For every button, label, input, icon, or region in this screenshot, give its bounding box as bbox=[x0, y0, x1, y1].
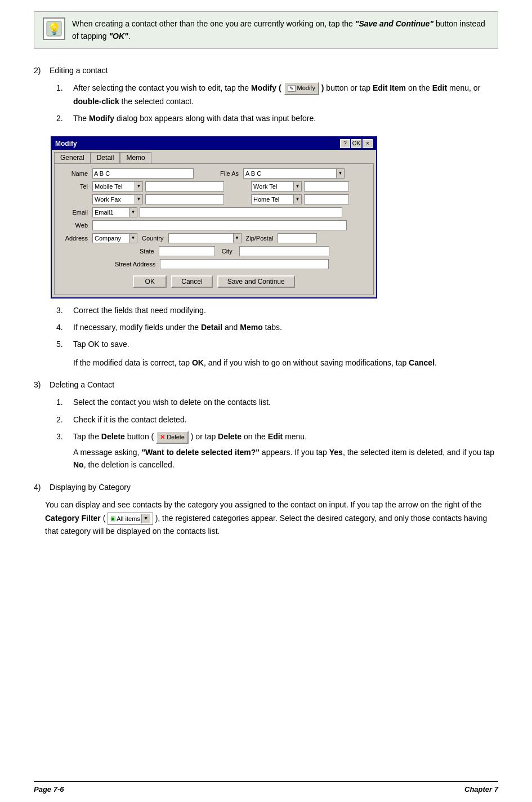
dialog-cancel-btn[interactable]: Cancel bbox=[171, 275, 212, 288]
tel-2-input[interactable] bbox=[304, 181, 349, 191]
dialog-body: General Detail Memo Name File As A B C bbox=[52, 150, 376, 297]
country-dropdown[interactable]: ▼ bbox=[168, 233, 242, 243]
modify-label: Modify bbox=[297, 83, 315, 93]
form-email-row: Email Email1 ▼ bbox=[59, 207, 369, 217]
cat-filter-icon: ▣ bbox=[110, 514, 115, 523]
section-2: 2) Editing a contact 1. After selecting … bbox=[34, 66, 498, 369]
tel-2-arrow[interactable]: ▼ bbox=[293, 182, 301, 191]
web-input[interactable] bbox=[92, 220, 347, 230]
dialog-title: Modify bbox=[55, 140, 77, 148]
file-as-select[interactable]: A B C ▼ bbox=[243, 168, 345, 179]
delete-label: Delete bbox=[167, 433, 185, 443]
tel-4-value: Home Tel bbox=[252, 196, 293, 203]
city-input[interactable] bbox=[239, 246, 329, 256]
dialog-buttons: OK Cancel Save and Continue bbox=[59, 272, 369, 290]
svg-text:💡: 💡 bbox=[47, 22, 61, 35]
section-3-num: 3) bbox=[34, 380, 41, 389]
tel-1-value: Mobile Tel bbox=[93, 183, 135, 190]
dialog-help-btn[interactable]: ? bbox=[340, 139, 350, 148]
section-2-steps-cont: 3. Correct the fields that need modifyin… bbox=[56, 304, 498, 351]
dialog-tabs: General Detail Memo bbox=[54, 152, 374, 163]
dialog-titlebar: Modify ? OK × bbox=[52, 137, 376, 150]
step-2-2-num: 2. bbox=[56, 112, 73, 124]
file-as-value: A B C bbox=[244, 170, 336, 177]
country-label: Country bbox=[140, 235, 166, 242]
step-2-2-content: The Modify dialog box appears along with… bbox=[73, 112, 498, 124]
email-input[interactable] bbox=[140, 207, 342, 217]
tab-general[interactable]: General bbox=[54, 152, 91, 163]
section-4-title: 4) Displaying by Category bbox=[34, 483, 498, 492]
street-label: Street Address bbox=[113, 261, 158, 268]
tel-dropdown-4[interactable]: Home Tel ▼ bbox=[251, 194, 302, 204]
section-3-heading: Deleting a Contact bbox=[50, 380, 114, 389]
email-dropdown[interactable]: Email1 ▼ bbox=[92, 207, 137, 217]
tel-dropdown-2[interactable]: Work Tel ▼ bbox=[251, 181, 302, 191]
address-label: Address bbox=[59, 235, 90, 242]
step-2-3-num: 3. bbox=[56, 304, 73, 317]
zip-input[interactable] bbox=[278, 233, 317, 243]
delete-x-icon: ✕ bbox=[160, 433, 165, 443]
address-value: Company bbox=[93, 235, 129, 242]
section-2-num: 2) bbox=[34, 66, 41, 75]
city-label: City bbox=[217, 248, 237, 255]
dialog-save-continue-btn[interactable]: Save and Continue bbox=[217, 275, 295, 288]
tel-3-value: Work Fax bbox=[93, 196, 135, 203]
step-3-3-content: Tap the Delete button ( ✕ Delete ) or ta… bbox=[73, 430, 498, 471]
step-5-note: If the modified data is correct, tap OK,… bbox=[73, 357, 498, 369]
file-as-arrow[interactable]: ▼ bbox=[336, 169, 344, 178]
delete-button-img: ✕ Delete bbox=[156, 431, 189, 444]
step-2-5-content: Tap OK to save. bbox=[73, 338, 498, 350]
tel-4-arrow[interactable]: ▼ bbox=[293, 195, 301, 204]
step-2-3: 3. Correct the fields that need modifyin… bbox=[56, 304, 498, 317]
section-2-title: 2) Editing a contact bbox=[34, 66, 498, 75]
section-3-title: 3) Deleting a Contact bbox=[34, 380, 498, 389]
page-footer: Page 7-6 Chapter 7 bbox=[34, 781, 498, 794]
step-3-3: 3. Tap the Delete button ( ✕ Delete ) or… bbox=[56, 430, 498, 471]
state-label: State bbox=[137, 248, 157, 255]
form-web-row: Web bbox=[59, 220, 369, 230]
name-label: Name bbox=[59, 170, 90, 177]
email-arrow[interactable]: ▼ bbox=[129, 208, 137, 217]
tel-label: Tel bbox=[59, 183, 90, 190]
step-2-2: 2. The Modify dialog box appears along w… bbox=[56, 112, 498, 124]
web-label: Web bbox=[59, 222, 90, 229]
tel-1-arrow[interactable]: ▼ bbox=[135, 182, 142, 191]
state-input[interactable] bbox=[159, 246, 215, 256]
info-icon: 💡 bbox=[43, 17, 65, 40]
zip-label: Zip/Postal bbox=[244, 235, 276, 242]
form-tel-row2: Work Fax ▼ Home Tel ▼ bbox=[59, 194, 369, 204]
section-3: 3) Deleting a Contact 1. Select the cont… bbox=[34, 380, 498, 471]
tab-memo[interactable]: Memo bbox=[120, 152, 151, 163]
tel-dropdown-1[interactable]: Mobile Tel ▼ bbox=[92, 181, 143, 191]
category-filter-img[interactable]: ▣ All items ▼ bbox=[108, 513, 153, 525]
form-address-row3: Street Address bbox=[59, 259, 369, 269]
cat-filter-arrow[interactable]: ▼ bbox=[141, 514, 150, 523]
step-2-4-num: 4. bbox=[56, 321, 73, 333]
dialog-ok-titlebar-btn[interactable]: OK bbox=[351, 139, 361, 148]
dialog-form: Name File As A B C ▼ Tel bbox=[54, 163, 374, 295]
tel-dropdown-3[interactable]: Work Fax ▼ bbox=[92, 194, 143, 204]
tel-1-input[interactable] bbox=[145, 181, 224, 191]
step-3-2-num: 2. bbox=[56, 413, 73, 426]
name-input[interactable] bbox=[92, 168, 194, 179]
dialog-close-btn[interactable]: × bbox=[363, 139, 373, 148]
step-2-5-num: 5. bbox=[56, 338, 73, 350]
step-2-4-content: If necessary, modify fields under the De… bbox=[73, 321, 498, 333]
dialog-container: Modify ? OK × General Detail Memo bbox=[51, 136, 377, 298]
tel-2-value: Work Tel bbox=[252, 183, 293, 190]
address-dropdown[interactable]: Company ▼ bbox=[92, 233, 137, 243]
tel-3-arrow[interactable]: ▼ bbox=[135, 195, 142, 204]
dialog-ok-btn[interactable]: OK bbox=[133, 275, 167, 288]
step-3-3-note: A message asking, "Want to delete select… bbox=[73, 446, 498, 471]
street-input[interactable] bbox=[160, 259, 329, 269]
email-value: Email1 bbox=[93, 209, 129, 216]
tel-4-input[interactable] bbox=[304, 194, 349, 204]
section-2-heading: Editing a contact bbox=[50, 66, 108, 75]
step-2-3-content: Correct the fields that need modifying. bbox=[73, 304, 498, 317]
email-label: Email bbox=[59, 209, 90, 216]
tel-3-input[interactable] bbox=[145, 194, 224, 204]
tab-detail[interactable]: Detail bbox=[91, 152, 120, 163]
address-arrow[interactable]: ▼ bbox=[129, 234, 137, 243]
modify-button-img: ✎ Modify bbox=[284, 82, 319, 95]
country-arrow[interactable]: ▼ bbox=[233, 234, 241, 243]
